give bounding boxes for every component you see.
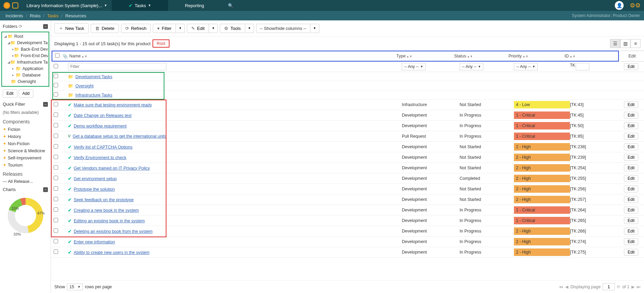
row-edit-button[interactable]: Edit bbox=[624, 122, 639, 129]
row-checkbox[interactable] bbox=[54, 186, 58, 191]
task-link[interactable]: Enter new information bbox=[74, 240, 115, 244]
col-status[interactable]: Status▲▼ bbox=[454, 54, 508, 58]
component-item[interactable]: ✦Fiction bbox=[0, 126, 51, 133]
row-checkbox[interactable] bbox=[54, 165, 58, 170]
row-edit-button[interactable]: Edit bbox=[624, 217, 639, 224]
all-releases[interactable]: --- All Release... bbox=[0, 178, 51, 185]
task-link[interactable]: Ability to create new users in the syste… bbox=[74, 250, 149, 255]
page-first[interactable]: ⏮ bbox=[559, 285, 563, 289]
tree-frontend[interactable]: ▸📁Front-End Develo bbox=[3, 52, 48, 59]
task-link[interactable]: Get environment setup bbox=[74, 176, 117, 181]
row-checkbox[interactable] bbox=[54, 207, 58, 212]
page-next[interactable]: ▶ bbox=[631, 285, 634, 289]
row-checkbox[interactable] bbox=[54, 197, 58, 201]
new-task-button[interactable]: ＋New Task bbox=[54, 23, 89, 33]
task-link[interactable]: Prototype the solution bbox=[74, 187, 115, 192]
rows-per-page-select[interactable]: 15▼ bbox=[67, 283, 83, 290]
row-checkbox[interactable] bbox=[54, 123, 58, 127]
row-edit-button[interactable]: Edit bbox=[624, 143, 639, 150]
filter-checkbox[interactable] bbox=[54, 64, 58, 68]
task-link[interactable]: Get a database setup to get the internat… bbox=[73, 134, 167, 139]
row-edit-button[interactable]: Edit bbox=[624, 112, 639, 119]
id-filter-input[interactable] bbox=[576, 63, 589, 70]
row-checkbox[interactable] bbox=[54, 113, 58, 117]
component-item[interactable]: ✦History bbox=[0, 133, 51, 140]
tree-edit-button[interactable]: Edit bbox=[3, 89, 17, 98]
task-link[interactable]: Verify list of CAPTCHA Options bbox=[74, 145, 132, 150]
tab-tasks[interactable]: ✔ Tasks ▼ bbox=[112, 0, 168, 11]
crumb-resources[interactable]: Resources bbox=[65, 13, 86, 18]
row-checkbox[interactable] bbox=[54, 102, 58, 106]
folder-link[interactable]: Infrastructure Tasks bbox=[75, 93, 112, 98]
folder-link[interactable]: Oversight bbox=[75, 84, 94, 88]
row-edit-button[interactable]: Edit bbox=[624, 238, 639, 245]
quickfilter-head[interactable]: Quick Filter − bbox=[0, 100, 51, 109]
task-link[interactable]: Get Vendors trained on IT Privacy Policy bbox=[74, 166, 150, 171]
task-link[interactable]: Date Change on Releases test bbox=[74, 113, 131, 118]
tree-oversight[interactable]: 📁Oversight bbox=[3, 78, 48, 85]
type-filter-select[interactable]: -- Any --▼ bbox=[402, 63, 426, 70]
showhide-dropdown[interactable]: ▼ bbox=[310, 24, 319, 33]
col-priority[interactable]: Priority▲▼ bbox=[508, 54, 565, 58]
row-edit-button[interactable]: Edit bbox=[624, 186, 639, 192]
filter-dropdown[interactable]: ▼ bbox=[176, 24, 185, 33]
row-checkbox[interactable] bbox=[54, 239, 58, 243]
row-checkbox[interactable] bbox=[54, 144, 58, 149]
task-link[interactable]: Deleting an existing book from the syste… bbox=[74, 229, 153, 234]
page-last[interactable]: ⏭ bbox=[637, 285, 641, 289]
tree-db[interactable]: ▸📁Database bbox=[3, 72, 48, 78]
row-edit-button[interactable]: Edit bbox=[624, 175, 639, 182]
view-gantt-button[interactable]: ≡ bbox=[630, 39, 641, 48]
avatar[interactable]: 👤 bbox=[615, 1, 624, 10]
showhide-columns-select[interactable]: -- Show/hide columns -- bbox=[256, 24, 310, 33]
tree-add-button[interactable]: Add bbox=[19, 89, 33, 98]
task-link[interactable]: Creating a new book in the system bbox=[74, 208, 139, 213]
tree-backend[interactable]: ▸📁Back-End Develop bbox=[3, 46, 48, 52]
charts-head[interactable]: Charts − bbox=[0, 185, 51, 194]
refresh-icon[interactable]: ⟳ bbox=[19, 24, 22, 29]
collapse-icon[interactable]: − bbox=[43, 187, 48, 192]
page-prev[interactable]: ◀ bbox=[565, 285, 568, 289]
row-checkbox[interactable] bbox=[54, 155, 58, 159]
product-selector[interactable]: Library Information System (Sample)... ▼ bbox=[22, 0, 112, 11]
tree-dev[interactable]: ◢📁Development Tasks bbox=[3, 39, 48, 46]
row-checkbox[interactable] bbox=[54, 134, 58, 138]
component-item[interactable]: ✦Science & Medicine bbox=[0, 147, 51, 154]
refresh-button[interactable]: ⟳Refresh bbox=[121, 24, 151, 33]
status-filter-select[interactable]: -- Any --▼ bbox=[460, 63, 483, 70]
logo[interactable] bbox=[0, 2, 22, 9]
select-all-checkbox[interactable] bbox=[55, 53, 59, 58]
tools-button[interactable]: ⚙Tools bbox=[220, 24, 245, 33]
row-edit-button[interactable]: Edit bbox=[624, 249, 639, 256]
crumb-tasks[interactable]: Tasks bbox=[47, 13, 58, 18]
tree-root[interactable]: ◢📁Root bbox=[3, 33, 48, 39]
page-input[interactable] bbox=[603, 283, 615, 290]
row-edit-button[interactable]: Edit bbox=[624, 207, 639, 213]
priority-filter-select[interactable]: -- Any --▼ bbox=[514, 63, 538, 70]
view-board-button[interactable]: ▥ bbox=[620, 39, 630, 48]
view-list-button[interactable]: ☰ bbox=[610, 39, 620, 48]
filter-edit-button[interactable]: Edit bbox=[624, 63, 639, 70]
tools-dropdown[interactable]: ▼ bbox=[245, 24, 254, 33]
tab-reporting[interactable]: Reporting bbox=[168, 0, 221, 11]
row-checkbox[interactable] bbox=[54, 74, 58, 78]
crumb-risks[interactable]: Risks bbox=[30, 13, 41, 18]
task-link[interactable]: Seek feedback on the prototype bbox=[74, 197, 134, 202]
col-name[interactable]: Name▲▼ bbox=[69, 54, 396, 58]
col-type[interactable]: Type▲▼ bbox=[396, 54, 454, 58]
row-edit-button[interactable]: Edit bbox=[624, 165, 639, 171]
component-item[interactable]: ✦Tourism bbox=[0, 161, 51, 169]
task-link[interactable]: Verify Environment to check bbox=[74, 155, 126, 160]
filter-button[interactable]: ▾Filter bbox=[153, 24, 176, 33]
settings-gears-icon[interactable]: ⚙⚙ bbox=[626, 2, 644, 9]
page-refresh[interactable]: ⟳ bbox=[617, 285, 620, 289]
global-search[interactable]: 🔍 bbox=[221, 0, 240, 11]
task-link[interactable]: Editing an existing book in the system bbox=[74, 219, 145, 223]
component-item[interactable]: ✦Non-Fiction bbox=[0, 140, 51, 147]
crumb-incidents[interactable]: Incidents bbox=[5, 13, 23, 18]
row-checkbox[interactable] bbox=[54, 92, 58, 97]
task-link[interactable]: Demo workflow requirement bbox=[74, 124, 127, 128]
row-edit-button[interactable]: Edit bbox=[624, 101, 639, 108]
tree-infra[interactable]: ◢📁Infrastructure Tasks bbox=[3, 59, 48, 65]
delete-button[interactable]: 🗑Delete bbox=[91, 24, 119, 33]
